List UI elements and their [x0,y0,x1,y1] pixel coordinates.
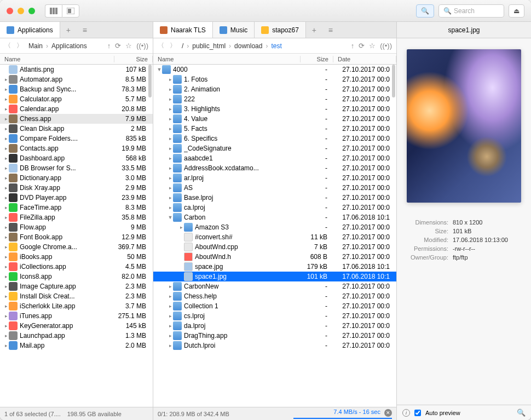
refresh-icon[interactable]: ⟳ [359,42,365,50]
file-row[interactable]: ▸ Calendar.app 20.8 MB [0,104,153,114]
file-row[interactable]: ▸ Chess.app 7.9 MB [0,114,153,124]
disclosure-icon[interactable]: ▸ [168,96,173,102]
bc-item[interactable]: public_html [192,42,226,50]
bc-item[interactable]: Applications [51,42,87,50]
file-row[interactable]: ▸ Dictionary.app 3.0 MB [0,173,153,183]
disclosure-icon[interactable]: ▸ [168,156,173,161]
back-button[interactable]: 〈 [4,41,11,50]
col-name[interactable]: Name [153,56,301,62]
disclosure-icon[interactable]: ▼ [168,215,173,220]
col-name[interactable]: Name [0,56,114,62]
eject-button[interactable]: ⏏ [509,4,524,18]
col-date[interactable]: Date [333,56,396,62]
file-row[interactable]: ▸ Backup and Sync... 78.3 MB [0,84,153,94]
cancel-transfer[interactable]: ✕ [384,409,392,417]
disclosure-icon[interactable]: ▸ [3,185,9,191]
mid-list[interactable]: ▼ 4000 - 27.10.2017 00:0 ▸ 1. Fotos - 27… [153,65,396,407]
minimize-window[interactable] [18,8,24,14]
disclosure-icon[interactable]: ▸ [3,215,9,220]
file-row[interactable]: space1.jpg 101 kB 17.06.2018 10:1 [153,272,396,281]
file-row[interactable]: ▼ Carbon - 17.06.2018 10:1 [153,212,396,222]
file-row[interactable]: ▸ Launchpad.app 1.3 MB [0,331,153,341]
file-row[interactable]: ▸ iCollections.app 4.5 MB [0,262,153,272]
back-button[interactable]: 〈 [158,41,164,50]
file-row[interactable]: ▸ Flow.app 9 MB [0,222,153,232]
disclosure-icon[interactable]: ▸ [178,225,184,230]
tab-applications[interactable]: Applications [0,22,60,38]
file-row[interactable]: ▸ ca.lproj - 27.10.2017 00:0 [153,203,396,212]
file-row[interactable]: ▸ da.lproj - 27.10.2017 00:0 [153,321,396,331]
file-row[interactable]: ▸ 5. Facts - 27.10.2017 00:0 [153,124,396,134]
disclosure-icon[interactable]: ▸ [3,254,9,260]
info-icon[interactable]: i [402,409,410,417]
file-row[interactable]: ▸ Font Book.app 12.9 MB [0,232,153,242]
file-row[interactable]: ▸ DB Browser for S... 33.5 MB [0,163,153,173]
disclosure-icon[interactable]: ▸ [168,77,173,82]
file-row[interactable]: ▸ 3. Highlights - 27.10.2017 00:0 [153,104,396,114]
disclosure-icon[interactable]: ▸ [168,323,173,329]
disclosure-icon[interactable]: ▸ [168,333,173,338]
file-row[interactable]: ▸ Dashboard.app 568 kB [0,153,153,163]
disclosure-icon[interactable]: ▸ [3,274,9,279]
file-row[interactable]: ▸ 6. Specifics - 27.10.2017 00:0 [153,134,396,143]
tab[interactable]: stapoz67 [255,22,306,38]
file-row[interactable]: ▸ Image Capture.app 2.3 MB [0,281,153,291]
auto-preview-checkbox[interactable] [414,410,421,416]
file-row[interactable]: ▸ Amazon S3 - 27.10.2017 00:0 [153,222,396,232]
file-row[interactable]: ▸ Chess.help - 27.10.2017 00:0 [153,291,396,301]
disclosure-icon[interactable]: ▸ [3,156,9,161]
disclosure-icon[interactable]: ▸ [3,225,9,230]
tab[interactable]: Naarak TLS [153,22,213,38]
file-row[interactable]: ▸ cs.lproj - 27.10.2017 00:0 [153,311,396,321]
file-row[interactable]: ▸ AddressBook.xcdatamo... - 27.10.2017 0… [153,163,396,173]
bc-item[interactable]: test [271,42,281,50]
file-row[interactable]: space.jpg 179 kB 17.06.2018 10:1 [153,262,396,272]
disclosure-icon[interactable]: ▸ [168,185,173,191]
disclosure-icon[interactable]: ▸ [168,284,173,289]
disclosure-icon[interactable]: ▸ [3,77,9,82]
disclosure-icon[interactable]: ▸ [3,284,9,289]
disclosure-icon[interactable]: ▸ [3,136,9,141]
disclosure-icon[interactable]: ▸ [168,165,173,171]
file-row[interactable]: ▸ Collection 1 - 27.10.2017 00:0 [153,301,396,311]
wifi-icon[interactable]: ((•)) [136,42,148,50]
up-icon[interactable]: ↑ [351,42,355,50]
quicklook-button[interactable]: 🔍 [416,4,434,18]
file-row[interactable]: ▸ AS - 27.10.2017 00:0 [153,183,396,193]
file-row[interactable]: ▸ _CodeSignature - 27.10.2017 00:0 [153,143,396,153]
disclosure-icon[interactable]: ▸ [3,165,9,171]
zoom-window[interactable] [28,8,35,14]
file-row[interactable]: ▸ ar.lproj - 27.10.2017 00:0 [153,173,396,183]
left-list[interactable]: Atlantis.png 107 kB▸ Automator.app 8.5 M… [0,65,153,407]
bc-item[interactable]: download [234,42,262,50]
disclosure-icon[interactable]: ▸ [3,264,9,269]
bc-item[interactable]: / [182,42,183,50]
file-row[interactable]: ▸ 1. Fotos - 27.10.2017 00:0 [153,74,396,84]
fwd-button[interactable]: 〉 [16,41,23,50]
disclosure-icon[interactable]: ▸ [3,96,9,102]
disclosure-icon[interactable]: ▼ [157,67,162,72]
wifi-icon[interactable]: ((•)) [380,42,392,50]
disclosure-icon[interactable]: ▸ [168,116,173,122]
file-row[interactable]: ▸ CarbonNew - 27.10.2017 00:0 [153,281,396,291]
file-row[interactable]: ▸ Dutch.lproi - 27.10.2017 00:0 [153,341,396,350]
file-row[interactable]: ▸ Icons8.app 82.0 MB [0,272,153,281]
file-row[interactable]: Atlantis.png 107 kB [0,65,153,74]
disclosure-icon[interactable]: ▸ [3,106,9,112]
tab-menu-button[interactable]: ≡ [77,22,93,38]
file-row[interactable]: ▸ 222 - 27.10.2017 00:0 [153,94,396,104]
close-window[interactable] [7,8,13,14]
disclosure-icon[interactable]: ▸ [168,87,173,92]
file-row[interactable]: ▸ 4. Value - 27.10.2017 00:0 [153,114,396,124]
disclosure-icon[interactable]: ▸ [3,126,9,131]
disclosure-icon[interactable]: ▸ [168,343,173,348]
refresh-icon[interactable]: ⟳ [115,42,121,50]
file-row[interactable]: ▸ Calculator.app 5.7 MB [0,94,153,104]
file-row[interactable]: ▸ Google Chrome.a... 369.7 MB [0,242,153,252]
disclosure-icon[interactable]: ▸ [168,136,173,141]
zoom-icon[interactable]: 🔍 [517,409,526,417]
disclosure-icon[interactable]: ▸ [168,106,173,112]
file-row[interactable]: AboutWnd.h 608 B 27.10.2017 00:0 [153,252,396,262]
add-tab-button[interactable]: + [306,22,322,38]
fwd-button[interactable]: 〉 [170,41,176,50]
